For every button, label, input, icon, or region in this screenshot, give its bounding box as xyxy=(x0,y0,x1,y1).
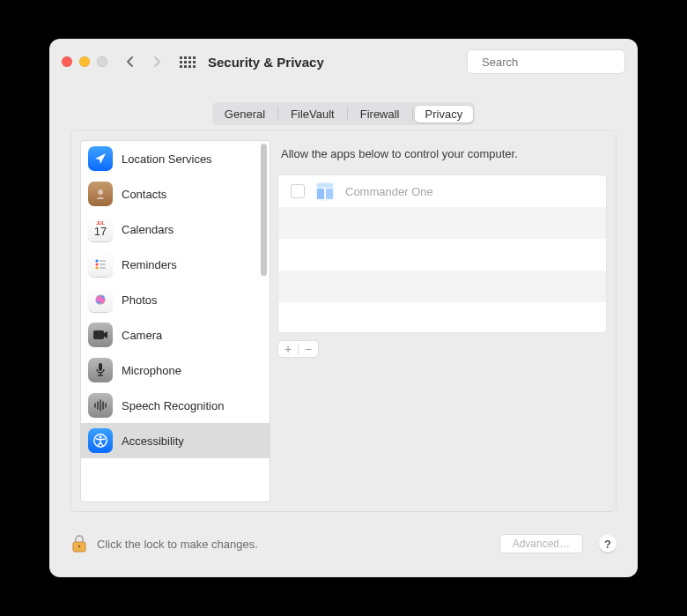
svg-point-7 xyxy=(95,266,98,269)
sidebar-item-label: Photos xyxy=(122,293,157,307)
sidebar-item-reminders[interactable]: Reminders xyxy=(81,247,270,282)
svg-point-5 xyxy=(95,263,98,265)
app-icon xyxy=(314,180,336,203)
tab-firewall[interactable]: Firewall xyxy=(350,106,410,122)
speech-recognition-icon xyxy=(88,393,113,418)
minimize-icon[interactable] xyxy=(79,56,90,67)
sidebar-item-label: Calendars xyxy=(122,223,174,236)
tab-general[interactable]: General xyxy=(214,106,276,122)
advanced-button[interactable]: Advanced… xyxy=(499,534,583,553)
sidebar-item-label: Speech Recognition xyxy=(122,399,224,412)
app-row[interactable]: Commander One xyxy=(278,175,606,207)
sidebar-item-photos[interactable]: Photos xyxy=(81,282,270,317)
reminders-icon xyxy=(88,252,113,277)
app-row-empty xyxy=(278,302,606,333)
svg-rect-17 xyxy=(93,330,104,339)
remove-button[interactable]: − xyxy=(299,342,318,356)
add-remove-buttons: + − xyxy=(277,340,319,358)
sidebar-scrollbar[interactable] xyxy=(257,141,270,282)
calendar-icon: JUL 17 xyxy=(88,217,113,241)
search-field[interactable] xyxy=(480,55,632,70)
photos-icon xyxy=(88,287,113,312)
category-sidebar: Location Services Contacts JUL 17 Calend… xyxy=(80,140,270,502)
close-icon[interactable] xyxy=(62,56,72,67)
svg-point-3 xyxy=(95,259,98,262)
app-row-empty xyxy=(278,239,606,271)
forward-icon[interactable] xyxy=(151,56,162,67)
accessibility-icon xyxy=(88,428,113,453)
svg-rect-31 xyxy=(326,189,333,199)
content-area: Allow the apps below to control your com… xyxy=(277,140,607,502)
tab-filevault[interactable]: FileVault xyxy=(280,106,345,122)
sidebar-item-calendars[interactable]: JUL 17 Calendars xyxy=(81,212,270,247)
main-panel: Location Services Contacts JUL 17 Calend… xyxy=(70,130,617,512)
lock-text: Click the lock to make changes. xyxy=(97,538,258,551)
app-checkbox[interactable] xyxy=(291,184,305,198)
svg-rect-8 xyxy=(100,267,106,269)
sidebar-item-speech-recognition[interactable]: Speech Recognition xyxy=(81,388,270,423)
window-controls xyxy=(62,56,107,67)
svg-point-33 xyxy=(78,545,81,548)
help-button[interactable]: ? xyxy=(599,535,617,553)
add-button[interactable]: + xyxy=(278,342,298,356)
camera-icon xyxy=(88,323,113,347)
sidebar-item-label: Location Services xyxy=(122,152,212,166)
tab-privacy[interactable]: Privacy xyxy=(415,106,474,122)
app-row-empty xyxy=(278,207,606,239)
svg-point-2 xyxy=(98,189,103,195)
show-all-icon[interactable] xyxy=(180,56,196,68)
window-title: Security & Privacy xyxy=(208,55,324,70)
app-list: Commander One xyxy=(277,174,607,333)
lock-icon[interactable] xyxy=(70,533,88,554)
contacts-icon xyxy=(88,182,113,206)
svg-point-27 xyxy=(99,435,101,438)
location-icon xyxy=(88,146,113,171)
svg-rect-18 xyxy=(99,363,102,371)
sidebar-item-accessibility[interactable]: Accessibility xyxy=(81,423,270,458)
svg-rect-4 xyxy=(100,260,106,262)
svg-rect-29 xyxy=(317,183,333,188)
titlebar: Security & Privacy xyxy=(49,39,638,85)
sidebar-item-label: Reminders xyxy=(122,258,177,271)
sidebar-item-contacts[interactable]: Contacts xyxy=(81,176,270,212)
nav-arrows xyxy=(125,56,162,67)
sidebar-item-label: Microphone xyxy=(122,364,181,377)
footer: Click the lock to make changes. Advanced… xyxy=(70,530,617,558)
sidebar-item-location-services[interactable]: Location Services xyxy=(81,141,270,176)
app-name: Commander One xyxy=(345,185,433,198)
app-row-empty xyxy=(278,271,606,302)
sidebar-item-label: Accessibility xyxy=(122,434,184,448)
microphone-icon xyxy=(88,358,113,382)
svg-rect-6 xyxy=(100,263,106,265)
content-hint: Allow the apps below to control your com… xyxy=(277,140,607,167)
search-input[interactable] xyxy=(467,49,625,74)
sidebar-item-label: Camera xyxy=(122,329,162,342)
back-icon[interactable] xyxy=(125,56,136,67)
sidebar-item-label: Contacts xyxy=(122,188,166,201)
tabs: General FileVault Firewall Privacy xyxy=(49,102,638,125)
svg-rect-30 xyxy=(317,189,324,199)
calendar-day: 17 xyxy=(90,226,111,237)
zoom-icon[interactable] xyxy=(97,56,107,67)
prefs-window: Security & Privacy General FileVault Fir… xyxy=(49,39,638,577)
sidebar-item-microphone[interactable]: Microphone xyxy=(81,353,270,388)
sidebar-item-camera[interactable]: Camera xyxy=(81,317,270,353)
